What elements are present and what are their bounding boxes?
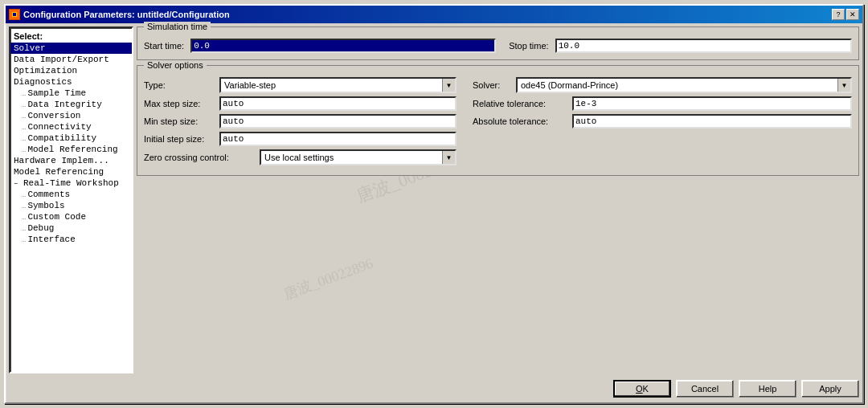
stop-time-label: Stop time: — [509, 41, 549, 51]
sidebar-item-interface[interactable]: …Interface — [10, 234, 132, 245]
type-dropdown[interactable]: Variable-step ▼ — [219, 77, 457, 93]
start-time-label: Start time: — [144, 41, 184, 51]
help-button-bottom[interactable]: Help — [739, 380, 796, 398]
zero-crossing-label: Zero crossing control: — [144, 153, 256, 162]
window-body: Select: Solver Data Import/Export Optimi… — [6, 23, 862, 402]
simulation-time-label: Simulation time — [144, 22, 211, 31]
min-step-row: Min step size: Absolute tolerance: — [144, 114, 852, 129]
sidebar-item-connectivity[interactable]: …Connectivity — [10, 121, 132, 133]
zero-crossing-arrow[interactable]: ▼ — [442, 151, 455, 164]
apply-label: Apply — [819, 384, 841, 394]
window-title: Configuration Parameters: untitled/Confi… — [23, 10, 829, 19]
type-solver-row: Type: Variable-step ▼ Solver: ode45 (Dor… — [144, 77, 852, 93]
solver-label: Solver: — [473, 80, 513, 90]
sidebar-item-symbols[interactable]: …Symbols — [10, 200, 132, 211]
sidebar[interactable]: Select: Solver Data Import/Export Optimi… — [9, 27, 133, 373]
svg-rect-2 — [13, 13, 16, 16]
main-area: Select: Solver Data Import/Export Optimi… — [9, 27, 859, 373]
bottom-bar: OK Cancel Help Apply — [9, 377, 859, 399]
type-value: Variable-step — [221, 80, 442, 90]
type-dropdown-arrow[interactable]: ▼ — [442, 79, 455, 92]
init-step-input[interactable] — [219, 132, 457, 146]
sidebar-item-optimization[interactable]: Optimization — [10, 65, 132, 76]
cancel-label: Cancel — [691, 384, 719, 394]
sidebar-item-custom-code[interactable]: …Custom Code — [10, 211, 132, 222]
max-step-label: Max step size: — [144, 99, 216, 108]
max-step-input[interactable] — [219, 96, 457, 111]
close-button[interactable]: ✕ — [846, 9, 859, 20]
sidebar-item-comments[interactable]: …Comments — [10, 189, 132, 200]
solver-dropdown[interactable]: ode45 (Dormand-Prince) ▼ — [516, 77, 852, 93]
solver-value: ode45 (Dormand-Prince) — [518, 80, 837, 90]
sidebar-item-solver[interactable]: Solver — [10, 43, 132, 54]
abs-tol-input[interactable] — [572, 114, 852, 129]
min-step-label: Min step size: — [144, 116, 216, 126]
stop-time-input[interactable] — [555, 39, 852, 53]
sidebar-item-hardware[interactable]: Hardware Implem... — [10, 155, 132, 166]
main-window: Configuration Parameters: untitled/Confi… — [4, 4, 864, 404]
app-icon — [9, 9, 20, 20]
help-button[interactable]: ? — [832, 9, 845, 20]
rel-tol-label: Relative tolerance: — [473, 99, 569, 108]
zero-crossing-value: Use local settings — [261, 153, 442, 162]
sidebar-label: Select: — [10, 30, 132, 43]
sidebar-item-model-ref-diag[interactable]: …Model Referencing — [10, 144, 132, 155]
ok-label: OK — [636, 384, 649, 394]
title-bar: Configuration Parameters: untitled/Confi… — [6, 6, 862, 23]
init-step-row: Initial step size: — [144, 132, 852, 146]
start-time-input[interactable] — [190, 39, 496, 53]
apply-button[interactable]: Apply — [801, 380, 859, 398]
sidebar-item-rtworkshop[interactable]: – Real-Time Workshop — [10, 177, 132, 189]
solver-options-label: Solver options — [144, 60, 207, 70]
help-label: Help — [759, 384, 777, 394]
ok-button[interactable]: OK — [613, 380, 671, 398]
sidebar-item-conversion[interactable]: …Conversion — [10, 110, 132, 121]
window-controls: ? ✕ — [832, 9, 859, 20]
sidebar-item-diagnostics[interactable]: Diagnostics — [10, 76, 132, 88]
simulation-time-group: Simulation time Start time: Stop time: — [137, 27, 859, 60]
min-step-input[interactable] — [219, 114, 457, 129]
type-label: Type: — [144, 80, 216, 90]
sidebar-item-data-integrity[interactable]: …Data Integrity — [10, 99, 132, 110]
zero-crossing-dropdown[interactable]: Use local settings ▼ — [260, 149, 457, 165]
cancel-button[interactable]: Cancel — [676, 380, 734, 398]
solver-dropdown-arrow[interactable]: ▼ — [837, 79, 850, 92]
watermark2: 唐波_00022896 — [280, 254, 375, 304]
content-panel: 唐波_00022896 唐波_00022896 Simulation time … — [137, 27, 859, 373]
sidebar-item-debug[interactable]: …Debug — [10, 222, 132, 234]
abs-tol-label: Absolute tolerance: — [473, 116, 569, 126]
solver-options-group: Solver options Type: Variable-step ▼ Sol… — [137, 65, 859, 176]
zero-crossing-row: Zero crossing control: Use local setting… — [144, 149, 852, 165]
sidebar-item-model-referencing[interactable]: Model Referencing — [10, 166, 132, 177]
max-step-row: Max step size: Relative tolerance: — [144, 96, 852, 111]
rel-tol-input[interactable] — [572, 96, 852, 111]
sidebar-item-sample-time[interactable]: …Sample Time — [10, 88, 132, 99]
init-step-label: Initial step size: — [144, 134, 216, 144]
sidebar-item-compatibility[interactable]: …Compatibility — [10, 133, 132, 144]
sim-time-row: Start time: Stop time: — [144, 39, 852, 53]
sidebar-item-data-import[interactable]: Data Import/Export — [10, 54, 132, 65]
